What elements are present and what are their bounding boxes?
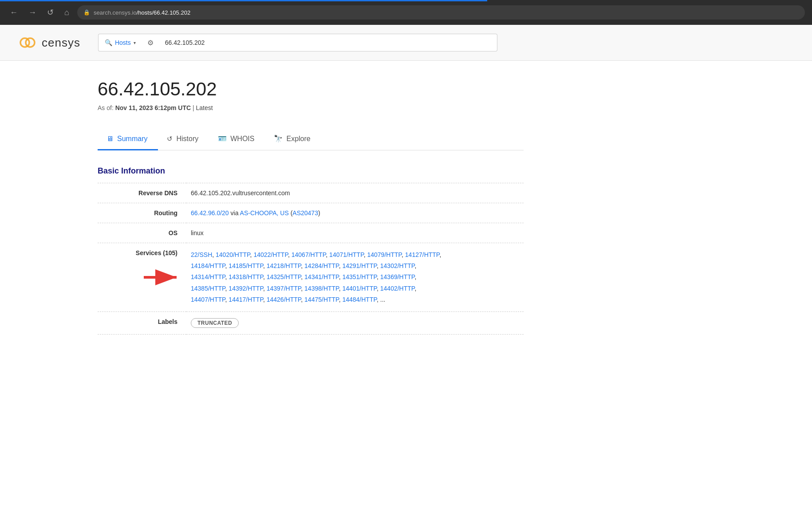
- loading-progress: [0, 0, 487, 1]
- routing-value: 66.42.96.0/20 via AS-CHOOPA, US (AS20473…: [186, 203, 524, 223]
- id-card-icon: 🪪: [218, 134, 227, 143]
- chevron-down-icon: ▾: [134, 40, 136, 45]
- service-link[interactable]: 14475/HTTP: [304, 296, 339, 303]
- service-link[interactable]: 14022/HTTP: [253, 251, 288, 258]
- logo-area: censys: [18, 33, 80, 52]
- service-link[interactable]: 14127/HTTP: [405, 251, 440, 258]
- as-of-date: Nov 11, 2023 6:12pm UTC: [115, 104, 191, 111]
- search-bar: 🔍 Hosts ▾ ⚙: [98, 34, 497, 51]
- service-link[interactable]: 14351/HTTP: [342, 273, 377, 280]
- tab-summary[interactable]: 🖥 Summary: [98, 130, 158, 150]
- tab-explore-label: Explore: [286, 135, 310, 143]
- back-button[interactable]: ←: [7, 6, 20, 19]
- latest-label: Latest: [196, 104, 213, 111]
- section-title: Basic Information: [98, 166, 524, 176]
- search-type-label: Hosts: [115, 39, 131, 46]
- labels-value: TRUNCATED: [186, 311, 524, 334]
- service-link[interactable]: 14067/HTTP: [292, 251, 326, 258]
- routing-paren-close: ): [318, 209, 320, 217]
- asn-id-link[interactable]: AS20473: [292, 209, 318, 217]
- ip-address-title: 66.42.105.202: [98, 79, 524, 100]
- tab-whois-label: WHOIS: [230, 135, 254, 143]
- services-row: Services (105): [98, 243, 524, 312]
- binoculars-icon: 🔭: [274, 134, 283, 143]
- home-button[interactable]: ⌂: [62, 6, 72, 19]
- labels-label: Labels: [98, 311, 186, 334]
- service-link[interactable]: 14484/HTTP: [342, 296, 377, 303]
- service-link[interactable]: 14417/HTTP: [229, 296, 263, 303]
- os-label: OS: [98, 223, 186, 243]
- tab-summary-label: Summary: [117, 135, 147, 143]
- browser-chrome: ← → ↺ ⌂ 🔒 search.censys.io/hosts/66.42.1…: [0, 0, 812, 25]
- service-link[interactable]: 14397/HTTP: [267, 285, 301, 292]
- service-link[interactable]: 14318/HTTP: [229, 273, 263, 280]
- service-link[interactable]: 14284/HTTP: [304, 262, 339, 269]
- routing-via: via: [231, 209, 240, 217]
- service-link[interactable]: 14392/HTTP: [229, 285, 263, 292]
- history-icon: ↺: [167, 135, 173, 143]
- os-value: linux: [186, 223, 524, 243]
- services-value: 22/SSH, 14020/HTTP, 14022/HTTP, 14067/HT…: [186, 243, 524, 312]
- service-link[interactable]: 14291/HTTP: [342, 262, 377, 269]
- service-link[interactable]: 14314/HTTP: [191, 273, 225, 280]
- labels-row: Labels TRUNCATED: [98, 311, 524, 334]
- service-link[interactable]: 14325/HTTP: [267, 273, 301, 280]
- service-link[interactable]: 14385/HTTP: [191, 285, 225, 292]
- service-link[interactable]: 22/SSH: [191, 251, 212, 258]
- service-link[interactable]: 14185/HTTP: [229, 262, 263, 269]
- as-of-label: As of:: [98, 104, 114, 111]
- asn-name-link[interactable]: AS-CHOOPA, US: [240, 209, 289, 217]
- search-input[interactable]: [159, 34, 497, 51]
- gear-icon: ⚙: [147, 39, 154, 47]
- service-link[interactable]: 14369/HTTP: [380, 273, 415, 280]
- service-link[interactable]: 14020/HTTP: [216, 251, 250, 258]
- routing-row: Routing 66.42.96.0/20 via AS-CHOOPA, US …: [98, 203, 524, 223]
- service-link[interactable]: 14426/HTTP: [267, 296, 301, 303]
- service-link[interactable]: 14302/HTTP: [380, 262, 415, 269]
- monitor-icon: 🖥: [106, 135, 114, 143]
- tab-history[interactable]: ↺ History: [158, 130, 209, 150]
- reverse-dns-label: Reverse DNS: [98, 183, 186, 203]
- address-text: search.censys.io/hosts/66.42.105.202: [94, 9, 190, 16]
- page-header: censys 🔍 Hosts ▾ ⚙: [0, 25, 812, 61]
- service-link[interactable]: 14398/HTTP: [304, 285, 339, 292]
- tab-explore[interactable]: 🔭 Explore: [265, 129, 321, 150]
- lock-icon: 🔒: [83, 9, 90, 16]
- censys-logo-icon: [18, 33, 37, 52]
- service-link[interactable]: 14401/HTTP: [342, 285, 377, 292]
- forward-button[interactable]: →: [26, 6, 39, 19]
- reverse-dns-value: 66.42.105.202.vultrusercontent.com: [186, 183, 524, 203]
- red-arrow: [142, 268, 182, 286]
- service-link[interactable]: 14218/HTTP: [267, 262, 301, 269]
- services-links: 22/SSH, 14020/HTTP, 14022/HTTP, 14067/HT…: [191, 251, 441, 303]
- address-bar[interactable]: 🔒 search.censys.io/hosts/66.42.105.202: [77, 5, 805, 20]
- reverse-dns-row: Reverse DNS 66.42.105.202.vultruserconte…: [98, 183, 524, 203]
- service-link[interactable]: 14402/HTTP: [380, 285, 415, 292]
- tab-whois[interactable]: 🪪 WHOIS: [209, 129, 265, 150]
- search-type-button[interactable]: 🔍 Hosts ▾: [98, 34, 142, 51]
- tab-history-label: History: [176, 135, 198, 143]
- basic-information-section: Basic Information Reverse DNS 66.42.105.…: [98, 166, 524, 335]
- settings-button[interactable]: ⚙: [142, 34, 159, 51]
- info-table: Reverse DNS 66.42.105.202.vultruserconte…: [98, 183, 524, 335]
- service-link[interactable]: 14407/HTTP: [191, 296, 225, 303]
- ip-subtitle: As of: Nov 11, 2023 6:12pm UTC | Latest: [98, 104, 524, 111]
- network-link[interactable]: 66.42.96.0/20: [191, 209, 229, 217]
- svg-point-1: [26, 38, 35, 47]
- service-link[interactable]: 14079/HTTP: [367, 251, 402, 258]
- routing-label: Routing: [98, 203, 186, 223]
- logo-text: censys: [42, 36, 80, 50]
- main-content: 66.42.105.202 As of: Nov 11, 2023 6:12pm…: [0, 61, 621, 352]
- separator: |: [193, 104, 194, 111]
- arrow-icon: [142, 268, 182, 286]
- reload-button[interactable]: ↺: [44, 6, 56, 19]
- os-row: OS linux: [98, 223, 524, 243]
- service-link[interactable]: 14341/HTTP: [304, 273, 339, 280]
- search-icon: 🔍: [105, 39, 112, 46]
- truncated-badge: TRUNCATED: [191, 318, 239, 328]
- service-link[interactable]: 14184/HTTP: [191, 262, 225, 269]
- service-link[interactable]: 14071/HTTP: [329, 251, 364, 258]
- tabs-bar: 🖥 Summary ↺ History 🪪 WHOIS 🔭 Explore: [98, 129, 524, 150]
